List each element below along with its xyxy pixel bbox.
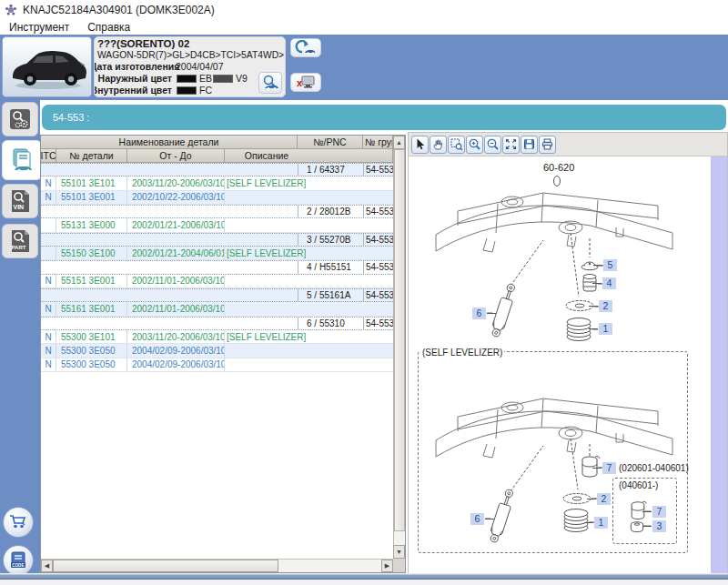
table-vertical-scrollbar-thumb[interactable] bbox=[394, 149, 405, 531]
cell-description bbox=[225, 289, 298, 301]
hscroll-left-arrow[interactable]: ◀ bbox=[41, 560, 53, 572]
table-horizontal-scrollbar[interactable]: ◀ ▶ bbox=[41, 559, 393, 572]
callout-1-bottom[interactable]: 1 bbox=[594, 517, 608, 529]
fit-screen-tool-button[interactable] bbox=[502, 136, 520, 154]
sidebar-tab-part-search[interactable]: PART bbox=[2, 224, 38, 258]
zoom-in-tool-button[interactable] bbox=[466, 136, 483, 154]
table-header-row-1: Наименование детали №/PNC № груп bbox=[41, 136, 405, 149]
cell-itc bbox=[41, 261, 56, 273]
table-row[interactable]: 55150 3E100 2002/01/21-2004/06/01 [SELF … bbox=[41, 247, 393, 260]
table-scroll-down-button[interactable]: ▼ bbox=[393, 545, 405, 559]
table-row[interactable]: 6 / 55310 54-553 bbox=[41, 317, 393, 330]
vehicle-photo-image bbox=[3, 37, 91, 96]
header-itc[interactable]: ITC bbox=[41, 149, 56, 163]
cell-description: [SELF LEVELIZER] bbox=[225, 247, 298, 259]
code-button[interactable]: CODE bbox=[3, 545, 34, 576]
callout-6[interactable]: 6 bbox=[472, 308, 486, 319]
callout-4[interactable]: 4 bbox=[602, 277, 616, 289]
print-tool-button[interactable] bbox=[539, 136, 556, 154]
table-row[interactable]: N 55300 3E050 2004/02/09-2006/03/10 bbox=[41, 344, 393, 358]
callout-7-top[interactable]: 7 bbox=[602, 462, 616, 474]
save-tool-button[interactable] bbox=[521, 136, 538, 154]
vehicle-spec: WAGON-5DR(7)>GL>D4CB>TCI>5AT4WD> bbox=[97, 50, 282, 61]
callout-2-bottom[interactable]: 2 bbox=[597, 493, 611, 505]
sidebar-tab-catalog[interactable] bbox=[2, 140, 42, 180]
table-row[interactable]: N 55300 3E050 2004/02/09-2006/03/10 bbox=[41, 358, 393, 372]
callout-7-inner[interactable]: 7 bbox=[652, 506, 666, 518]
cell-itc bbox=[41, 289, 56, 301]
callout-6-bottom[interactable]: 6 bbox=[470, 513, 484, 525]
diagram-ref-label[interactable]: 60-620 bbox=[543, 162, 574, 173]
color-search-button[interactable] bbox=[258, 72, 282, 94]
cell-itc bbox=[41, 164, 56, 176]
pointer-tool-button[interactable] bbox=[411, 136, 429, 154]
print-icon bbox=[541, 137, 554, 151]
table-scroll-up-button[interactable]: ▲ bbox=[393, 136, 405, 149]
cell-group bbox=[363, 358, 393, 371]
cell-description bbox=[225, 261, 298, 273]
table-row[interactable]: N 55101 3E101 2003/11/20-2006/03/10 [SEL… bbox=[41, 177, 393, 190]
zoom-out-tool-button[interactable] bbox=[484, 136, 501, 154]
header-part-no[interactable]: № детали bbox=[56, 149, 127, 163]
cell-part-number bbox=[56, 164, 127, 176]
cell-description bbox=[225, 302, 298, 315]
cell-itc bbox=[41, 206, 56, 217]
table-row[interactable]: N 55161 3E001 2002/11/01-2006/03/10 bbox=[41, 302, 393, 316]
vehicle-model: ???(SORENTO) 02 bbox=[97, 38, 282, 50]
cell-part-number bbox=[56, 261, 127, 273]
pan-tool-button[interactable] bbox=[430, 136, 447, 154]
table-row[interactable]: 1 / 64337 54-553 bbox=[41, 163, 393, 177]
callout-1[interactable]: 1 bbox=[599, 323, 612, 335]
table-row[interactable]: 2 / 28012B 54-553 bbox=[41, 205, 393, 218]
cell-pnc bbox=[298, 330, 363, 343]
hscroll-right-arrow[interactable]: ▶ bbox=[381, 560, 393, 572]
menu-help[interactable]: Справка bbox=[78, 21, 139, 34]
callout-3-inner[interactable]: 3 bbox=[652, 520, 666, 532]
table-vertical-scrollbar[interactable] bbox=[393, 149, 405, 547]
header-description[interactable]: Описание bbox=[225, 149, 393, 163]
parts-table: Наименование детали №/PNC № груп ITC № д… bbox=[40, 135, 406, 573]
exit-catalog-button[interactable]: x bbox=[290, 73, 321, 92]
table-row[interactable]: N 55101 3E001 2002/10/22-2006/03/10 bbox=[41, 191, 393, 205]
cell-group bbox=[363, 177, 393, 189]
vehicle-photo bbox=[2, 36, 92, 97]
range1-label: (020601-040601) bbox=[619, 463, 689, 473]
header-group-no[interactable]: № груп bbox=[363, 136, 393, 149]
hscroll-track[interactable] bbox=[278, 560, 381, 572]
diagram-vertical-scrollbar[interactable] bbox=[711, 156, 727, 574]
header-pnc[interactable]: №/PNC bbox=[298, 136, 363, 149]
cell-pnc bbox=[298, 218, 363, 231]
table-row[interactable]: N 55151 3E001 2002/11/01-2006/03/10 bbox=[41, 275, 393, 288]
table-row[interactable]: N 55300 3E101 2003/11/20-2006/03/10 [SEL… bbox=[41, 330, 393, 344]
cell-date-range: 2003/11/20-2006/03/10 bbox=[127, 330, 225, 343]
cart-button[interactable] bbox=[3, 507, 34, 538]
zoom-area-tool-button[interactable] bbox=[448, 136, 465, 154]
cell-pnc bbox=[298, 358, 363, 371]
sidebar-tab-search-config[interactable] bbox=[2, 102, 38, 136]
hscroll-thumb[interactable] bbox=[53, 560, 278, 572]
section-tab-bar[interactable]: 54-553 : bbox=[42, 105, 726, 130]
cell-group bbox=[363, 247, 393, 259]
cell-itc: N bbox=[41, 358, 56, 371]
cell-description bbox=[225, 218, 298, 231]
section-label: 54-553 : bbox=[53, 112, 89, 123]
table-row[interactable]: 4 / H55151 54-553 bbox=[41, 260, 393, 274]
cell-group: 54-553 bbox=[363, 261, 393, 273]
table-row[interactable]: 55131 3E000 2002/01/21-2006/03/10 bbox=[41, 218, 393, 232]
cell-part-number: 55300 3E050 bbox=[56, 358, 127, 371]
table-row[interactable]: 3 / 55270B 54-553 bbox=[41, 233, 393, 247]
table-row[interactable]: 5 / 55161A 54-553 bbox=[41, 288, 393, 302]
diagram-canvas[interactable]: 60-620 5 4 2 1 6 (SELF LEVELIZER) 7 (020… bbox=[409, 156, 711, 574]
callout-2[interactable]: 2 bbox=[599, 300, 612, 312]
cell-date-range bbox=[127, 234, 225, 246]
reselect-vehicle-button[interactable] bbox=[290, 38, 321, 57]
cell-part-number: 55131 3E000 bbox=[56, 218, 127, 231]
header-part-name[interactable]: Наименование детали bbox=[41, 136, 298, 149]
menu-tool[interactable]: Инструмент bbox=[0, 21, 78, 34]
callout-5[interactable]: 5 bbox=[603, 259, 617, 271]
header-from-to[interactable]: От - До bbox=[127, 149, 225, 163]
sidebar-tab-vin-search[interactable]: VIN bbox=[2, 184, 38, 218]
cell-description: [SELF LEVELIZER] bbox=[225, 177, 298, 189]
cell-date-range: 2004/02/09-2006/03/10 bbox=[127, 344, 225, 357]
cell-part-number: 55300 3E050 bbox=[56, 344, 127, 357]
